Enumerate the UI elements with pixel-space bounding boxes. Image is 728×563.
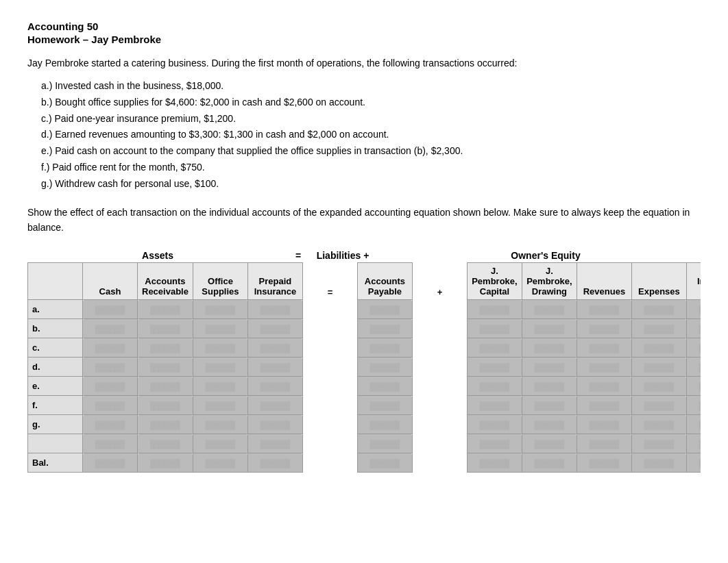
table-cell[interactable]: ▓▓▓▓▓ [83, 319, 138, 338]
table-cell[interactable]: ▓▓▓▓▓ [247, 338, 302, 358]
table-row: a.▓▓▓▓▓▓▓▓▓▓▓▓▓▓▓▓▓▓▓▓▓▓▓▓▓▓▓▓▓▓▓▓▓▓▓▓▓▓… [28, 300, 701, 319]
table-cell[interactable]: ▓▓▓▓▓ [467, 300, 522, 319]
table-cell[interactable]: ▓▓▓▓▓ [467, 319, 522, 338]
table-cell[interactable]: ▓▓▓▓▓ [357, 415, 412, 434]
table-cell[interactable]: ▓▓▓▓▓ [247, 453, 302, 473]
table-cell[interactable]: ▓▓▓▓▓ [686, 434, 701, 453]
intro-text: Jay Pembroke started a catering business… [27, 58, 701, 68]
table-cell[interactable]: ▓▓▓▓▓ [522, 358, 577, 377]
table-cell[interactable]: ▓▓▓▓▓ [138, 434, 193, 453]
table-cell[interactable]: ▓▓▓▓▓ [631, 415, 686, 434]
table-cell[interactable]: ▓▓▓▓▓ [577, 396, 631, 415]
table-cell[interactable]: ▓▓▓▓▓ [522, 396, 577, 415]
table-cell[interactable]: ▓▓▓▓▓ [138, 358, 193, 377]
table-cell[interactable]: ▓▓▓▓▓ [138, 453, 193, 473]
table-cell[interactable]: ▓▓▓▓▓ [193, 453, 247, 473]
table-cell[interactable]: ▓▓▓▓▓ [83, 396, 138, 415]
col-office-supplies: OfficeSupplies [193, 263, 247, 300]
table-cell[interactable]: ▓▓▓▓▓ [522, 338, 577, 358]
table-cell[interactable]: ▓▓▓▓▓ [686, 319, 701, 338]
table-cell[interactable]: ▓▓▓▓▓ [193, 415, 247, 434]
table-cell[interactable]: ▓▓▓▓▓ [577, 300, 631, 319]
table-cell[interactable]: ▓▓▓▓▓ [138, 396, 193, 415]
table-cell[interactable]: ▓▓▓▓▓ [193, 377, 247, 396]
table-cell[interactable]: ▓▓▓▓▓ [357, 300, 412, 319]
table-cell[interactable]: ▓▓▓▓▓ [193, 300, 247, 319]
table-cell[interactable]: ▓▓▓▓▓ [522, 434, 577, 453]
table-cell [412, 300, 467, 319]
table-cell[interactable]: ▓▓▓▓▓ [357, 453, 412, 473]
page-title: Accounting 50 Homework – Jay Pembroke [27, 21, 701, 45]
transaction-item: c.) Paid one-year insurance premium, $1,… [41, 111, 701, 127]
table-cell[interactable]: ▓▓▓▓▓ [193, 319, 247, 338]
table-cell[interactable]: ▓▓▓▓▓ [631, 377, 686, 396]
table-cell[interactable]: ▓▓▓▓▓ [577, 358, 631, 377]
table-cell[interactable]: ▓▓▓▓▓ [83, 358, 138, 377]
table-cell[interactable]: ▓▓▓▓▓ [631, 338, 686, 358]
table-cell[interactable]: ▓▓▓▓▓ [686, 453, 701, 473]
table-cell[interactable]: ▓▓▓▓▓ [83, 377, 138, 396]
table-cell[interactable]: ▓▓▓▓▓ [357, 338, 412, 358]
table-cell[interactable]: ▓▓▓▓▓ [138, 319, 193, 338]
table-cell[interactable]: ▓▓▓▓▓ [522, 319, 577, 338]
table-cell[interactable]: ▓▓▓▓▓ [247, 415, 302, 434]
table-cell[interactable]: ▓▓▓▓▓ [631, 396, 686, 415]
table-cell[interactable]: ▓▓▓▓▓ [522, 300, 577, 319]
table-cell[interactable]: ▓▓▓▓▓ [686, 415, 701, 434]
table-cell[interactable]: ▓▓▓▓▓ [193, 358, 247, 377]
table-cell[interactable]: ▓▓▓▓▓ [631, 453, 686, 473]
table-cell[interactable]: ▓▓▓▓▓ [631, 300, 686, 319]
table-cell[interactable]: ▓▓▓▓▓ [193, 338, 247, 358]
table-cell[interactable]: ▓▓▓▓▓ [247, 396, 302, 415]
table-cell[interactable]: ▓▓▓▓▓ [467, 396, 522, 415]
table-cell[interactable]: ▓▓▓▓▓ [522, 453, 577, 473]
table-cell[interactable]: ▓▓▓▓▓ [577, 377, 631, 396]
table-cell[interactable]: ▓▓▓▓▓ [631, 358, 686, 377]
table-cell[interactable]: ▓▓▓▓▓ [138, 338, 193, 358]
table-cell[interactable]: ▓▓▓▓▓ [631, 319, 686, 338]
table-cell[interactable]: ▓▓▓▓▓ [467, 434, 522, 453]
table-cell[interactable]: ▓▓▓▓▓ [357, 377, 412, 396]
table-cell[interactable]: ▓▓▓▓▓ [357, 434, 412, 453]
table-cell[interactable]: ▓▓▓▓▓ [522, 415, 577, 434]
table-cell[interactable]: ▓▓▓▓▓ [522, 377, 577, 396]
table-cell[interactable]: ▓▓▓▓▓ [193, 396, 247, 415]
table-cell[interactable]: ▓▓▓▓▓ [577, 319, 631, 338]
table-cell[interactable]: ▓▓▓▓▓ [83, 434, 138, 453]
table-cell[interactable]: ▓▓▓▓▓ [138, 415, 193, 434]
table-cell[interactable]: ▓▓▓▓▓ [83, 415, 138, 434]
table-cell[interactable]: ▓▓▓▓▓ [247, 358, 302, 377]
table-cell[interactable]: ▓▓▓▓▓ [247, 434, 302, 453]
table-cell [302, 377, 357, 396]
table-cell[interactable]: ▓▓▓▓▓ [577, 338, 631, 358]
table-cell[interactable]: ▓▓▓▓▓ [138, 377, 193, 396]
table-cell[interactable]: ▓▓▓▓▓ [686, 338, 701, 358]
table-cell[interactable]: ▓▓▓▓▓ [686, 358, 701, 377]
table-cell[interactable]: ▓▓▓▓▓ [686, 300, 701, 319]
table-cell[interactable]: ▓▓▓▓▓ [631, 434, 686, 453]
table-cell[interactable]: ▓▓▓▓▓ [247, 377, 302, 396]
table-cell[interactable]: ▓▓▓▓▓ [467, 453, 522, 473]
table-cell[interactable]: ▓▓▓▓▓ [577, 415, 631, 434]
table-cell[interactable]: ▓▓▓▓▓ [577, 434, 631, 453]
row-label: Bal. [28, 453, 83, 473]
table-cell[interactable]: ▓▓▓▓▓ [467, 377, 522, 396]
table-cell[interactable]: ▓▓▓▓▓ [138, 300, 193, 319]
table-row: ▓▓▓▓▓▓▓▓▓▓▓▓▓▓▓▓▓▓▓▓▓▓▓▓▓▓▓▓▓▓▓▓▓▓▓▓▓▓▓▓… [28, 434, 701, 453]
row-label: f. [28, 396, 83, 415]
table-cell[interactable]: ▓▓▓▓▓ [686, 396, 701, 415]
table-cell[interactable]: ▓▓▓▓▓ [577, 453, 631, 473]
table-cell[interactable]: ▓▓▓▓▓ [686, 377, 701, 396]
table-cell[interactable]: ▓▓▓▓▓ [83, 453, 138, 473]
table-cell[interactable]: ▓▓▓▓▓ [193, 434, 247, 453]
table-cell[interactable]: ▓▓▓▓▓ [83, 300, 138, 319]
table-cell[interactable]: ▓▓▓▓▓ [357, 396, 412, 415]
table-cell[interactable]: ▓▓▓▓▓ [357, 319, 412, 338]
table-cell[interactable]: ▓▓▓▓▓ [357, 358, 412, 377]
table-cell[interactable]: ▓▓▓▓▓ [467, 338, 522, 358]
table-cell[interactable]: ▓▓▓▓▓ [247, 319, 302, 338]
table-cell[interactable]: ▓▓▓▓▓ [247, 300, 302, 319]
table-cell[interactable]: ▓▓▓▓▓ [467, 358, 522, 377]
table-cell[interactable]: ▓▓▓▓▓ [83, 338, 138, 358]
table-cell[interactable]: ▓▓▓▓▓ [467, 415, 522, 434]
